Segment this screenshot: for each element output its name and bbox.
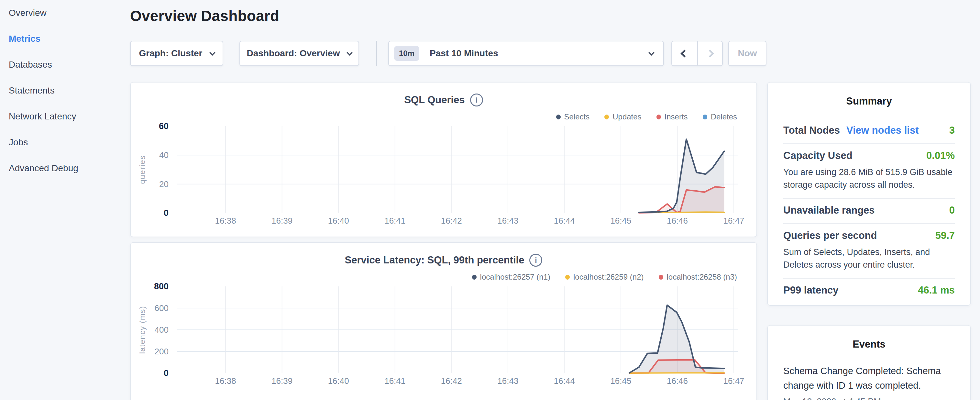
summary-row-label: Capacity Used [783, 150, 853, 161]
summary-row-queries-per-second: Queries per second 59.7 Sum of Selects, … [783, 224, 955, 279]
chevron-right-icon [706, 49, 714, 57]
chevron-left-icon [681, 49, 689, 57]
summary-row-value: 0.01% [926, 150, 955, 161]
now-button[interactable]: Now [728, 41, 767, 66]
sidebar: Overview Metrics Databases Statements Ne… [0, 0, 126, 400]
y-axis-title: queries [138, 155, 146, 184]
x-axis-tick-label: 16:41 [384, 376, 406, 386]
sidebar-item-jobs[interactable]: Jobs [0, 129, 126, 155]
x-axis-tick-label: 16:47 [723, 376, 744, 386]
main-content: Overview Dashboard Graph: Cluster Dashbo… [130, 0, 757, 400]
x-axis-tick-label: 16:46 [667, 376, 688, 386]
x-axis-tick-label: 16:39 [272, 216, 293, 226]
time-step-forward-button[interactable] [697, 41, 722, 65]
summary-row-p99-latency: P99 latency 46.1 ms [783, 279, 955, 303]
summary-row-subtext: You are using 28.6 MiB of 515.9 GiB usab… [783, 166, 955, 191]
dashboard-dropdown[interactable]: Dashboard: Overview [239, 41, 359, 66]
sidebar-item-statements[interactable]: Statements [0, 78, 126, 104]
sidebar-item-databases[interactable]: Databases [0, 52, 126, 78]
sql-queries-chart-plot: 16:3816:3916:4016:4116:4216:4316:4416:45… [131, 83, 758, 238]
sql-queries-chart-card: SQL Queries i SelectsUpdatesInsertsDelet… [130, 82, 757, 237]
chevron-down-icon [347, 49, 353, 55]
chevron-down-icon [648, 49, 654, 55]
page-title: Overview Dashboard [130, 7, 279, 25]
y-axis-tick-label: 20 [159, 179, 169, 189]
graph-dropdown-label: Graph: Cluster [139, 48, 202, 59]
x-axis-tick-label: 16:46 [667, 216, 688, 226]
graph-dropdown[interactable]: Graph: Cluster [130, 41, 223, 66]
summary-row-value: 3 [949, 124, 955, 136]
sidebar-item-network-latency[interactable]: Network Latency [0, 104, 126, 129]
x-axis-tick-label: 16:44 [554, 376, 575, 386]
event-text: Schema Change Completed: Schema change w… [783, 364, 955, 393]
x-axis-tick-label: 16:41 [384, 216, 406, 226]
x-axis-tick-label: 16:42 [441, 216, 462, 226]
x-axis-tick-label: 16:42 [441, 376, 462, 386]
y-axis-tick-label: 800 [154, 282, 169, 291]
summary-row-unavailable-ranges: Unavailable ranges 0 [783, 199, 955, 224]
x-axis-tick-label: 16:45 [610, 216, 631, 226]
summary-row-label: Queries per second [783, 230, 877, 241]
x-axis-tick-label: 16:43 [497, 376, 518, 386]
sidebar-item-overview[interactable]: Overview [0, 0, 126, 26]
x-axis-tick-label: 16:38 [215, 216, 236, 226]
summary-row-total-nodes: Total Nodes View nodes list 3 [783, 119, 955, 144]
x-axis-tick-label: 16:45 [610, 376, 631, 386]
y-axis-tick-label: 200 [155, 347, 169, 356]
summary-row-label: P99 latency [783, 284, 838, 296]
y-axis-tick-label: 40 [159, 150, 169, 160]
chevron-down-icon [209, 49, 215, 55]
summary-title: Summary [783, 96, 955, 107]
events-panel: Events Schema Change Completed: Schema c… [767, 325, 971, 400]
time-range-selector[interactable]: 10m Past 10 Minutes [388, 41, 664, 66]
sidebar-item-metrics[interactable]: Metrics [0, 26, 126, 52]
summary-row-subtext: Sum of Selects, Updates, Inserts, and De… [783, 246, 955, 271]
y-axis-tick-label: 600 [155, 303, 169, 313]
x-axis-tick-label: 16:39 [272, 376, 293, 386]
sidebar-item-advanced-debug[interactable]: Advanced Debug [0, 155, 126, 181]
events-title: Events [783, 338, 955, 350]
y-axis-tick-label: 60 [159, 121, 169, 131]
time-step-back-button[interactable] [672, 41, 697, 65]
y-axis-tick-label: 0 [164, 208, 169, 218]
y-axis-title: latency (ms) [138, 306, 146, 354]
time-range-label: Past 10 Minutes [430, 48, 498, 59]
summary-row-value: 46.1 ms [918, 284, 955, 296]
y-axis-tick-label: 400 [155, 325, 169, 335]
event-list-item: Schema Change Completed: Schema change w… [783, 362, 955, 400]
view-nodes-list-link[interactable]: View nodes list [846, 124, 918, 136]
time-step-button-group [671, 41, 723, 66]
series-area [629, 305, 724, 373]
service-latency-chart-card: Service Latency: SQL, 99th percentile i … [130, 242, 757, 400]
x-axis-tick-label: 16:43 [497, 216, 518, 226]
event-timestamp: May 13, 2020 at 4:45 PM [783, 397, 955, 400]
x-axis-tick-label: 16:38 [215, 376, 236, 386]
summary-row-capacity-used: Capacity Used 0.01% You are using 28.6 M… [783, 144, 955, 199]
x-axis-tick-label: 16:47 [723, 216, 744, 226]
x-axis-tick-label: 16:40 [328, 376, 349, 386]
dashboard-dropdown-label: Dashboard: Overview [247, 48, 340, 59]
dashboard-controls: Graph: Cluster Dashboard: Overview 10m P… [130, 41, 767, 66]
y-axis-tick-label: 0 [164, 368, 169, 378]
service-latency-chart-plot: 16:3816:3916:4016:4116:4216:4316:4416:45… [131, 243, 758, 400]
summary-row-value: 0 [949, 204, 955, 216]
x-axis-tick-label: 16:40 [328, 216, 349, 226]
summary-row-value: 59.7 [935, 230, 955, 241]
x-axis-tick-label: 16:44 [554, 216, 575, 226]
series-area [639, 139, 724, 213]
controls-divider [376, 41, 377, 66]
time-range-badge: 10m [394, 46, 419, 61]
summary-panel: Summary Total Nodes View nodes list 3 Ca… [767, 82, 971, 306]
summary-row-label: Unavailable ranges [783, 204, 875, 216]
summary-row-label: Total Nodes [783, 124, 840, 136]
